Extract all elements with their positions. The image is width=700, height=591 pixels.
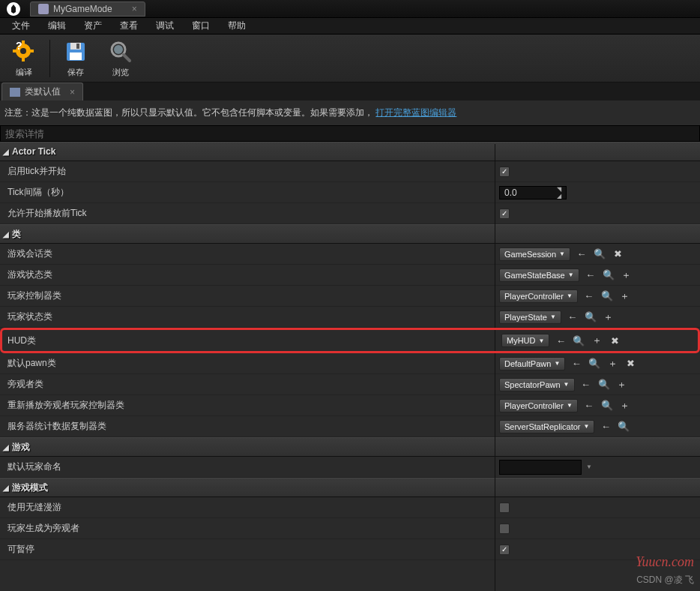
subtab-title: 类默认值 (25, 86, 61, 98)
chevron-down-icon: ▼ (584, 423, 590, 430)
document-tab[interactable]: MyGameMode × (30, 2, 145, 16)
close-icon[interactable]: × (132, 4, 137, 14)
open-full-editor-link[interactable]: 打开完整蓝图编辑器 (375, 107, 456, 118)
text-input[interactable] (499, 460, 582, 475)
plus-icon[interactable]: ＋ (620, 268, 633, 282)
compile-button[interactable]: ? 编译 (1, 36, 46, 81)
prop-label: 玩家控制器类 (0, 290, 495, 302)
chevron-down-icon: ▼ (564, 381, 570, 388)
class-dropdown[interactable]: ServerStatReplicator▼ (499, 420, 594, 434)
checkbox[interactable] (499, 166, 510, 177)
clear-icon[interactable]: ✖ (624, 357, 637, 370)
tab-title: MyGameMode (53, 4, 112, 14)
search-icon[interactable]: 🔍 (572, 334, 585, 347)
toolbar-separator (49, 40, 50, 77)
search-icon[interactable]: 🔍 (600, 290, 614, 303)
menu-file[interactable]: 文件 (4, 18, 37, 34)
back-arrow-icon[interactable]: ← (579, 378, 593, 392)
class-dropdown[interactable]: DefaultPawn▼ (499, 357, 565, 370)
section-game[interactable]: ◢ 游戏 (0, 437, 700, 457)
checkbox[interactable] (499, 524, 510, 534)
section-title: 游戏模式 (12, 482, 48, 494)
plus-icon[interactable]: ＋ (602, 310, 615, 324)
checkbox[interactable] (499, 208, 510, 219)
class-dropdown[interactable]: PlayerController▼ (499, 290, 578, 303)
search-icon[interactable]: 🔍 (588, 357, 601, 370)
checkbox[interactable] (499, 544, 510, 555)
back-arrow-icon[interactable]: ← (566, 310, 579, 324)
plus-icon[interactable]: ＋ (618, 290, 632, 303)
search-icon[interactable]: 🔍 (584, 310, 597, 324)
prop-class-row: 重新播放旁观者玩家控制器类PlayerController▼←🔍＋ (0, 395, 700, 416)
spinner-icon[interactable]: ◥◢ (557, 186, 561, 200)
class-dropdown[interactable]: GameStateBase▼ (499, 268, 579, 282)
menu-view[interactable]: 查看 (112, 18, 145, 34)
clear-icon[interactable]: ✖ (608, 334, 621, 347)
plus-icon[interactable]: ＋ (606, 357, 619, 370)
chevron-down-icon[interactable]: ▼ (586, 464, 592, 470)
info-text: 注意：这是一个纯数据蓝图，所以只显示默认值。它不包含任何脚本或变量。如果需要添加… (4, 107, 373, 118)
search-input[interactable] (0, 125, 700, 142)
class-dropdown[interactable]: GameSession▼ (499, 248, 570, 261)
prop-label: 重新播放旁观者玩家控制器类 (0, 399, 495, 412)
back-arrow-icon[interactable]: ← (584, 268, 597, 282)
prop-class-row: 服务器统计数据复制器类ServerStatReplicator▼←🔍 (0, 416, 700, 437)
prop-label: 默认玩家命名 (0, 460, 495, 473)
section-game-mode[interactable]: ◢ 游戏模式 (0, 478, 700, 497)
section-actor-tick[interactable]: ◢ Actor Tick (0, 142, 700, 161)
prop-label: 服务器统计数据复制器类 (0, 420, 495, 433)
watermark-site: Yuucn.com (636, 554, 694, 570)
back-arrow-icon[interactable]: ← (570, 357, 583, 370)
collapse-icon: ◢ (3, 484, 9, 492)
plus-icon[interactable]: ＋ (590, 334, 603, 347)
chevron-down-icon: ▼ (567, 402, 573, 409)
search-icon[interactable]: 🔍 (600, 399, 614, 412)
search-icon[interactable]: 🔍 (593, 248, 606, 261)
svg-rect-10 (70, 52, 82, 60)
svg-line-13 (124, 55, 130, 61)
plus-icon[interactable]: ＋ (615, 378, 629, 392)
svg-rect-5 (29, 50, 34, 52)
column-splitter[interactable] (495, 144, 495, 591)
close-icon[interactable]: × (70, 87, 75, 98)
back-arrow-icon[interactable]: ← (582, 399, 596, 412)
menu-bar: 文件 编辑 资产 查看 调试 窗口 帮助 (0, 18, 700, 34)
prop-label: 默认pawn类 (0, 357, 495, 370)
clear-icon[interactable]: ✖ (611, 248, 624, 261)
search-icon[interactable]: 🔍 (602, 268, 615, 282)
menu-asset[interactable]: 资产 (76, 18, 109, 34)
checkbox[interactable] (499, 502, 510, 513)
section-classes[interactable]: ◢ 类 (0, 224, 700, 244)
svg-rect-3 (22, 57, 25, 62)
browse-button[interactable]: 浏览 (98, 36, 143, 81)
info-bar: 注意：这是一个纯数据蓝图，所以只显示默认值。它不包含任何脚本或变量。如果需要添加… (0, 100, 700, 125)
menu-window[interactable]: 窗口 (184, 18, 217, 34)
toolbar: ? 编译 保存 浏览 (0, 34, 700, 82)
panel-tabs: 类默认值 × (0, 82, 700, 100)
number-input[interactable]: 0.0 ◥◢ (499, 186, 567, 200)
svg-rect-2 (22, 40, 25, 45)
search-icon[interactable]: 🔍 (597, 378, 611, 392)
prop-tick-interval: Tick间隔（秒） 0.0 ◥◢ (0, 182, 700, 203)
menu-debug[interactable]: 调试 (148, 18, 181, 34)
class-dropdown[interactable]: PlayerState▼ (499, 310, 561, 324)
dropdown-value: ServerStatReplicator (504, 422, 581, 431)
menu-edit[interactable]: 编辑 (40, 18, 73, 34)
back-arrow-icon[interactable]: ← (554, 334, 567, 347)
dropdown-value: DefaultPawn (504, 359, 551, 368)
class-dropdown[interactable]: SpectatorPawn▼ (499, 378, 575, 392)
prop-allow-tick-before-play: 允许开始播放前Tick (0, 203, 700, 224)
save-button[interactable]: 保存 (53, 36, 98, 81)
class-dropdown[interactable]: PlayerController▼ (499, 399, 578, 412)
back-arrow-icon[interactable]: ← (575, 248, 588, 261)
back-arrow-icon[interactable]: ← (599, 420, 612, 434)
unreal-logo (0, 0, 27, 18)
search-icon[interactable]: 🔍 (617, 420, 630, 434)
class-defaults-tab[interactable]: 类默认值 × (1, 82, 83, 100)
prop-seamless-travel: 使用无缝漫游 (0, 497, 700, 518)
class-dropdown[interactable]: MyHUD▼ (501, 334, 549, 347)
back-arrow-icon[interactable]: ← (582, 290, 596, 303)
menu-help[interactable]: 帮助 (220, 18, 253, 34)
plus-icon[interactable]: ＋ (618, 399, 632, 412)
gear-icon: ? (10, 39, 37, 65)
